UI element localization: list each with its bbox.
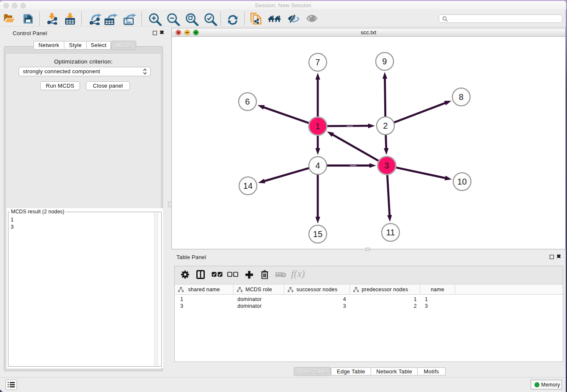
svg-text:9: 9	[382, 57, 387, 66]
svg-text:14: 14	[243, 181, 253, 190]
svg-text:2: 2	[383, 121, 388, 130]
svg-text:15: 15	[313, 229, 323, 239]
svg-text:1: 1	[315, 121, 320, 131]
svg-text:6: 6	[245, 97, 250, 106]
svg-text:8: 8	[459, 92, 463, 102]
svg-text:11: 11	[386, 228, 395, 237]
svg-text:10: 10	[457, 177, 467, 186]
svg-text:3: 3	[384, 161, 389, 170]
svg-text:7: 7	[315, 58, 320, 67]
svg-text:4: 4	[315, 161, 320, 170]
